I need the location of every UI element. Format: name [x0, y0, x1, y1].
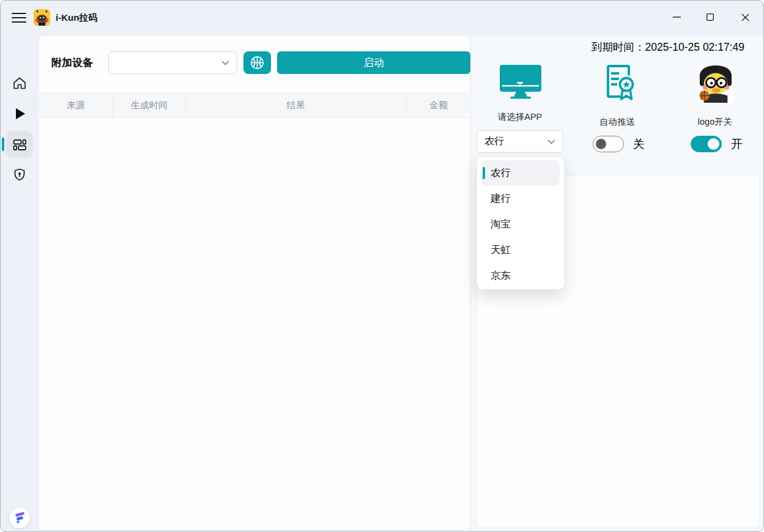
shield-icon	[12, 167, 28, 183]
play-icon	[12, 106, 28, 122]
app-select-dropdown: 农行 建行 淘宝 天虹 京东	[477, 157, 565, 290]
certificate-icon	[600, 62, 637, 105]
close-icon	[741, 13, 749, 21]
close-button[interactable]	[731, 4, 759, 30]
auto-push-toggle[interactable]	[593, 136, 624, 152]
settings-panel: 到期时间：2025-10-25 02:17:49 请选择APP	[472, 35, 764, 530]
monitor-icon	[499, 65, 543, 103]
dropdown-option-jingdong[interactable]: 京东	[477, 263, 564, 289]
maximize-icon	[707, 13, 714, 21]
column-header-source: 来源	[39, 94, 113, 117]
device-label: 附加设备	[51, 51, 93, 74]
sidebar-item-security[interactable]	[6, 161, 33, 188]
app-window: i-Kun拉码	[0, 0, 764, 532]
results-table-header: 来源 生成时间 结果 金额	[39, 93, 471, 118]
apps-grid-icon	[12, 136, 28, 152]
column-header-amount: 金额	[406, 94, 471, 117]
dropdown-option-tianhong[interactable]: 天虹	[477, 237, 564, 263]
results-card: 附加设备 启动 来源 生成时间 结果 金额	[39, 35, 470, 530]
dropdown-option-jianhang[interactable]: 建行	[477, 186, 564, 212]
dropdown-option-nonghang[interactable]: 农行	[481, 160, 560, 186]
chevron-down-icon	[221, 61, 229, 65]
minimize-icon	[673, 17, 681, 18]
active-item-indicator	[2, 138, 4, 151]
titlebar: i-Kun拉码	[1, 1, 763, 35]
basketball-icon	[250, 55, 265, 70]
auto-push-state: 关	[633, 136, 645, 152]
expiry-value: 2025-10-25 02:17:49	[645, 41, 745, 53]
dropdown-option-taobao[interactable]: 淘宝	[477, 212, 564, 237]
sidebar-item-run[interactable]	[6, 100, 33, 127]
launch-button[interactable]: 启动	[277, 51, 470, 74]
app-picker-label: 请选择APP	[477, 111, 563, 123]
maximize-button[interactable]	[696, 4, 724, 30]
sidebar-item-home[interactable]	[6, 70, 33, 97]
toggle-knob	[596, 139, 606, 149]
brand-logo-icon	[9, 508, 30, 528]
toggle-knob	[708, 138, 719, 150]
app-select-value: 农行	[484, 135, 504, 148]
sidebar-item-apps[interactable]	[6, 131, 33, 158]
column-header-generated-time: 生成时间	[113, 94, 186, 117]
hamburger-menu-icon[interactable]	[12, 13, 28, 23]
minimize-button[interactable]	[662, 4, 691, 30]
sidebar	[1, 35, 39, 532]
logo-switch-label: logo开关	[672, 116, 758, 128]
app-select[interactable]: 农行	[477, 130, 563, 153]
app-logo-icon	[34, 9, 50, 26]
basketball-action-button[interactable]	[243, 51, 271, 74]
device-select[interactable]	[108, 51, 237, 74]
home-icon	[12, 75, 28, 91]
window-title: i-Kun拉码	[56, 1, 97, 35]
auto-push-label: 自动推送	[574, 116, 660, 128]
logo-toggle-state: 开	[731, 136, 743, 152]
expiry-time: 到期时间：2025-10-25 02:17:49	[592, 40, 744, 54]
avatar-image	[698, 64, 733, 106]
column-header-result: 结果	[186, 94, 406, 117]
expiry-label: 到期时间：	[592, 41, 645, 53]
logo-toggle[interactable]	[691, 136, 722, 152]
chevron-down-icon	[547, 139, 555, 144]
